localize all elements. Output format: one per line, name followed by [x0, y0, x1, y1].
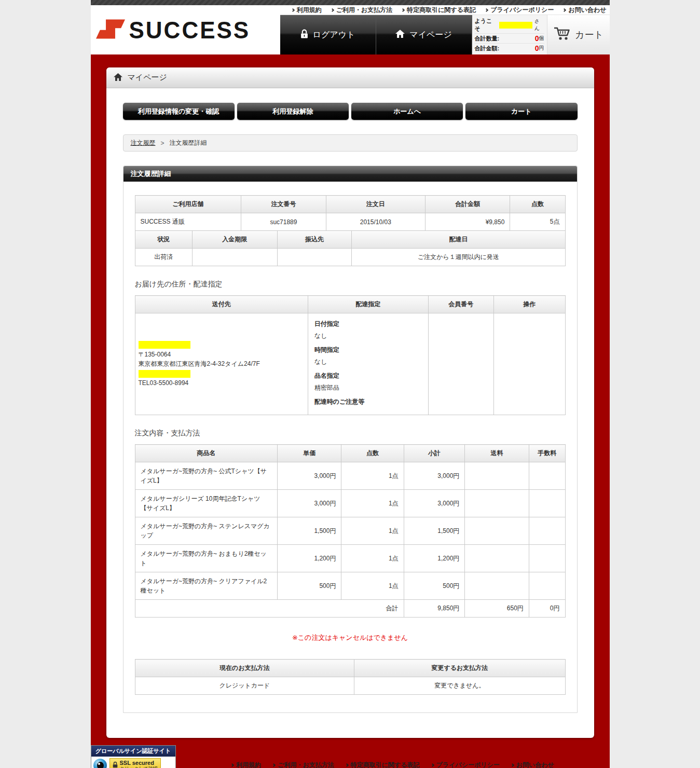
- lock-icon: [113, 761, 118, 768]
- nav-link-contact[interactable]: お問い合わせ: [563, 6, 606, 15]
- seal-title: グローバルサイン認証サイト: [91, 746, 175, 757]
- col-delivery-date: 配達日: [352, 231, 565, 249]
- item-row: メタルサーガ~荒野の方舟~ クリアファイル2種セット 500円 1点 500円: [135, 572, 565, 600]
- section-body: ご利用店舗 注文番号 注文日 合計金額 点数 SUCCESS 通販 suc718…: [123, 182, 577, 712]
- edit-registration-button[interactable]: 利用登録情報の変更・確認: [123, 103, 235, 120]
- order-status-table: 状況 入金期限 振込先 配達日 出荷済 ご注文から１週間以内に発送: [135, 231, 566, 266]
- page-column: SUCCESS 利用規約 ご利用・お支払方法 特定商取引に関する表記 プライバシ…: [91, 0, 610, 768]
- delivery-heading: お届け先の住所・配達指定: [135, 280, 566, 289]
- change-payment-value: 変更できません。: [354, 677, 565, 695]
- items-total-row: 合計 9,850円 650円 0円: [135, 600, 565, 618]
- total-shipping: 650円: [465, 600, 529, 618]
- total-subtotal: 9,850円: [404, 600, 465, 618]
- header-controls: ログアウト マイページ ようこそ さん 合計数量:: [280, 15, 610, 54]
- breadcrumb-order-history-link[interactable]: 注文履歴: [131, 139, 156, 147]
- status-value: 出荷済: [135, 249, 192, 266]
- action-button-row: 利用登録情報の変更・確認 利用登録解除 ホームへ カート: [123, 103, 578, 120]
- col-order-number: 注文番号: [241, 196, 326, 213]
- total-fee: 0円: [529, 600, 565, 618]
- cancel-registration-button[interactable]: 利用登録解除: [237, 103, 349, 120]
- order-detail-panel: 注文履歴詳細 ご利用店舗 注文番号 注文日 合計金額 点数: [123, 166, 578, 713]
- address-line: 東京都東京都江東区青海2-4-32タイム24/7F: [139, 359, 305, 378]
- total-qty-value: 0: [535, 34, 539, 43]
- col-total-amount: 合計金額: [426, 196, 510, 213]
- footer-link-contact[interactable]: お問い合わせ: [511, 761, 554, 768]
- order-summary-table: ご利用店舗 注文番号 注文日 合計金額 点数 SUCCESS 通販 suc718…: [135, 195, 566, 231]
- footer: グローバルサイン認証サイト SSL secured クリックして確認: [91, 745, 610, 768]
- nav-link-payment-guide[interactable]: ご利用・お支払方法: [331, 6, 393, 15]
- logo-s-icon: [96, 19, 125, 42]
- cart-icon: [553, 26, 571, 44]
- col-qty: 点数: [341, 445, 404, 462]
- current-payment-value: クレジットカード: [135, 677, 354, 695]
- content-card: マイページ 利用登録情報の変更・確認 利用登録解除 ホームへ カート 注文履歴 …: [106, 67, 594, 738]
- order-summary-row: SUCCESS 通販 suc71889 2015/10/03 ¥9,850 5点: [135, 213, 565, 231]
- top-strip: [91, 0, 610, 5]
- col-subtotal: 小計: [404, 445, 465, 462]
- section-title: 注文履歴詳細: [123, 166, 577, 182]
- footer-link-privacy[interactable]: プライバシーポリシー: [431, 761, 500, 768]
- logout-button[interactable]: ログアウト: [280, 15, 376, 54]
- cart-nav-button[interactable]: カート: [465, 103, 577, 120]
- chevron-right-icon: [291, 8, 295, 11]
- payment-deadline-value: [192, 249, 277, 266]
- payment-row: クレジットカード 変更できません。: [135, 677, 565, 695]
- phone-number: TEL03-5500-8994: [139, 378, 305, 388]
- item-row: メタルサーガ~荒野の方舟~ ステンレスマグカップ 1,500円 1点 1,500…: [135, 517, 565, 545]
- logo[interactable]: SUCCESS: [91, 5, 280, 54]
- total-amount-value: 0: [535, 44, 539, 52]
- postal-code: 〒135-0064: [139, 350, 305, 360]
- home-button[interactable]: ホームへ: [351, 103, 463, 120]
- col-shipping: 送料: [465, 445, 529, 462]
- top-nav: 利用規約 ご利用・お支払方法 特定商取引に関する表記 プライバシーポリシー お問…: [280, 5, 610, 15]
- col-shop: ご利用店舗: [135, 196, 241, 213]
- cart-button[interactable]: カート: [547, 15, 610, 54]
- col-fee: 手数料: [529, 445, 565, 462]
- welcome-row: ようこそ さん: [475, 17, 544, 34]
- order-total: ¥9,850: [426, 213, 510, 231]
- breadcrumb-current: 注文履歴詳細: [170, 139, 207, 147]
- order-items-table: 商品名 単価 点数 小計 送料 手数料 メタルサーガ~荒野の方舟~ 公式Tシャツ…: [135, 444, 566, 618]
- seal-body: SSL secured クリックして確認: [91, 757, 175, 768]
- operation-cell: [493, 313, 565, 415]
- cancel-notice: ※この注文はキャンセルはできません: [135, 633, 566, 642]
- header: SUCCESS 利用規約 ご利用・お支払方法 特定商取引に関する表記 プライバシ…: [91, 5, 610, 54]
- shop-name: SUCCESS 通販: [135, 213, 241, 231]
- item-row: メタルサーガ~荒野の方舟~ 公式Tシャツ【サイズL】 3,000円 1点 3,0…: [135, 462, 565, 490]
- chevron-right-icon: [511, 763, 514, 767]
- mypage-button[interactable]: マイページ: [376, 15, 472, 54]
- footer-link-payment-guide[interactable]: ご利用・お支払方法: [272, 761, 334, 768]
- chevron-right-icon: [401, 8, 405, 11]
- col-transfer-destination: 振込先: [277, 231, 351, 249]
- globalsign-seal[interactable]: グローバルサイン認証サイト SSL secured クリックして確認: [91, 745, 176, 768]
- footer-links: 利用規約 ご利用・お支払方法 特定商取引に関する表記 プライバシーポリシー お問…: [176, 761, 610, 768]
- item-row: メタルサーガ~荒野の方舟~ おまもり2種セット 1,200円 1点 1,200円: [135, 545, 565, 572]
- chevron-right-icon: [272, 763, 276, 767]
- footer-link-terms[interactable]: 利用規約: [231, 761, 261, 768]
- col-operation: 操作: [493, 296, 565, 313]
- main-background: マイページ 利用登録情報の変更・確認 利用登録解除 ホームへ カート 注文履歴 …: [91, 54, 610, 768]
- home-icon: [395, 30, 405, 40]
- col-member-number: 会員番号: [428, 296, 493, 313]
- redacted-recipient-name: [139, 340, 305, 350]
- ssl-secured-badge: SSL secured クリックして確認: [109, 758, 161, 768]
- delivery-spec-cell: 日付指定 なし 時間指定 なし 品名指定 精密部品 配達時のご注意等: [308, 313, 428, 415]
- delivery-date-value: ご注文から１週間以内に発送: [352, 249, 565, 266]
- card-inner: 利用登録情報の変更・確認 利用登録解除 ホームへ カート 注文履歴 > 注文履歴…: [106, 88, 594, 713]
- nav-link-commerce-law[interactable]: 特定商取引に関する表記: [402, 6, 476, 15]
- delivery-row: 〒135-0064 東京都東京都江東区青海2-4-32タイム24/7F TEL0…: [135, 313, 565, 415]
- redacted-username: [499, 22, 532, 29]
- redacted-address-part: [139, 370, 190, 378]
- footer-link-commerce-law[interactable]: 特定商取引に関する表記: [346, 761, 420, 768]
- total-amount-row: 合計金額: 0 円: [475, 44, 544, 53]
- delivery-table: 送付先 配達指定 会員番号 操作 〒135-0064 東京都東京都江東区青海2-…: [135, 295, 566, 415]
- nav-link-terms[interactable]: 利用規約: [292, 6, 322, 15]
- ssl-badge-text: SSL secured クリックして確認: [120, 760, 158, 768]
- page-title: マイページ: [128, 73, 167, 83]
- transfer-destination-value: [277, 249, 351, 266]
- payment-table: 現在のお支払方法 変更するお支払方法 クレジットカード 変更できません。: [135, 659, 566, 695]
- nav-link-privacy[interactable]: プライバシーポリシー: [485, 6, 554, 15]
- order-number: suc71889: [241, 213, 326, 231]
- total-qty-row: 合計数量: 0 個: [475, 34, 544, 44]
- welcome-box: ようこそ さん 合計数量: 0 個 合計金額: 0 円: [472, 15, 547, 54]
